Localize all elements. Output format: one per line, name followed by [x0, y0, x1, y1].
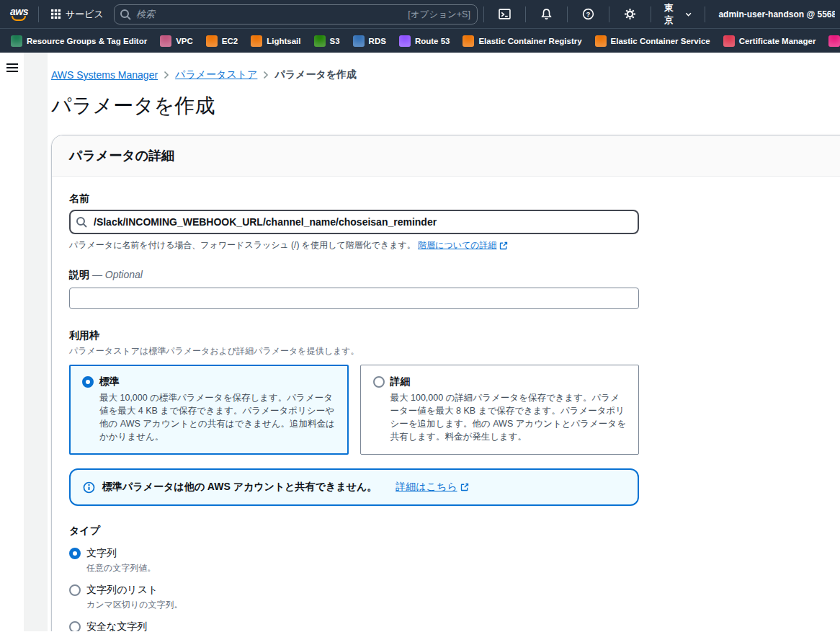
type-section: タイプ 文字列 任意の文字列値。 文字列のリスト カンマ区切りの文字列。 安全な…: [69, 525, 840, 631]
api-gateway-icon: [828, 35, 840, 47]
favorites-item[interactable]: Elastic Container Service: [589, 29, 717, 53]
name-help-text: パラメータに名前を付ける場合、フォワードスラッシュ (/) を使用して階層化でき…: [69, 239, 840, 252]
favorites-item-label: Resource Groups & Tag Editor: [27, 37, 147, 45]
favorites-item-label: RDS: [369, 37, 386, 45]
services-label: サービス: [66, 8, 104, 21]
left-rail: [0, 53, 24, 631]
radio-standard[interactable]: [82, 376, 94, 388]
radio-string-list[interactable]: [69, 584, 81, 596]
favorites-item[interactable]: EC2: [200, 29, 244, 53]
resource-groups-icon: [11, 35, 22, 47]
account-menu[interactable]: admin-user-handson @ 5568-: [711, 9, 835, 19]
favorites-item-label: Certificate Manager: [739, 37, 816, 45]
breadcrumb-current: パラメータを作成: [274, 68, 357, 81]
type-option-secure-string[interactable]: 安全な文字列: [69, 620, 840, 631]
certificate-manager-icon: [723, 35, 735, 47]
type-option-string[interactable]: 文字列: [69, 547, 840, 560]
favorites-item-label: Elastic Container Registry: [478, 37, 581, 45]
external-link-icon: [460, 483, 469, 491]
info-alert: 標準パラメータは他の AWS アカウントと共有できません。 詳細はこちら: [69, 468, 639, 506]
search-shortcut-hint: [オプション+S]: [408, 9, 470, 21]
region-selector[interactable]: 東京: [657, 2, 700, 27]
help-button[interactable]: ?: [573, 0, 603, 29]
type-label: タイプ: [69, 525, 840, 538]
cloudshell-button[interactable]: [490, 0, 519, 29]
ecs-icon: [595, 35, 607, 47]
hierarchy-details-link[interactable]: 階層についての詳細: [418, 239, 496, 252]
type-option-label: 文字列: [86, 547, 117, 560]
type-option-label: 文字列のリスト: [86, 584, 158, 597]
cloudshell-icon: [499, 8, 511, 20]
favorites-item[interactable]: API Gateway: [822, 29, 840, 53]
breadcrumb-link-ssm[interactable]: AWS Systems Manager: [51, 69, 158, 81]
external-link-icon: [499, 241, 508, 250]
s3-icon: [314, 35, 326, 47]
svg-text:?: ?: [586, 10, 590, 18]
aws-logo[interactable]: aws: [6, 7, 32, 21]
breadcrumb: AWS Systems Manager パラメータストア パラメータを作成: [51, 68, 840, 81]
name-label: 名前: [69, 192, 840, 205]
parameter-details-card: パラメータの詳細 名前 パラメータ: [51, 135, 840, 631]
type-option-description: カンマ区切りの文字列。: [86, 599, 840, 611]
services-menu[interactable]: サービス: [45, 0, 110, 29]
settings-button[interactable]: [615, 0, 645, 29]
favorites-item[interactable]: RDS: [347, 29, 393, 53]
collapsed-side-panel[interactable]: [24, 53, 48, 631]
favorites-item[interactable]: Route 53: [393, 29, 457, 53]
divider: [705, 6, 705, 22]
divider: [567, 6, 568, 22]
grid-icon: [50, 9, 61, 19]
gear-icon: [624, 8, 636, 20]
radio-advanced[interactable]: [373, 376, 385, 388]
page-title: パラメータを作成: [51, 92, 840, 120]
question-icon: ?: [582, 8, 594, 20]
favorites-item-label: VPC: [176, 37, 193, 45]
global-search[interactable]: [オプション+S]: [114, 4, 478, 25]
favorites-item[interactable]: VPC: [153, 29, 200, 53]
type-option-description: 任意の文字列値。: [86, 562, 840, 574]
favorites-item[interactable]: Lightsail: [244, 29, 307, 53]
tier-help-text: パラメータストアは標準パラメータおよび詳細パラメータを提供します。: [69, 345, 840, 357]
chevron-down-icon: [685, 11, 692, 18]
notifications-button[interactable]: [532, 0, 561, 29]
divider: [525, 6, 526, 22]
optional-suffix: — Optional: [92, 269, 143, 280]
card-header: パラメータの詳細: [52, 135, 840, 177]
breadcrumb-separator-icon: [164, 71, 169, 79]
region-label: 東京: [664, 2, 681, 27]
ec2-icon: [206, 35, 218, 47]
tier-option-advanced[interactable]: 詳細 最大 100,000 の詳細パラメータを保存できます。パラメーター値を最大…: [360, 365, 640, 455]
radio-string[interactable]: [69, 548, 81, 559]
type-option-label: 安全な文字列: [86, 620, 147, 631]
tier-option-label: 詳細: [390, 375, 411, 388]
rds-icon: [353, 35, 365, 47]
hamburger-menu-icon[interactable]: [6, 61, 19, 74]
favorites-item-label: Elastic Container Service: [611, 37, 710, 45]
divider: [483, 6, 484, 22]
favorites-item[interactable]: S3: [308, 29, 347, 53]
tier-option-standard[interactable]: 標準 最大 10,000 の標準パラメータを保存します。パラメータ値を最大 4 …: [69, 365, 349, 455]
tier-label: 利用枠: [69, 329, 840, 342]
favorites-item[interactable]: Resource Groups & Tag Editor: [4, 29, 153, 53]
type-option-string-list[interactable]: 文字列のリスト: [69, 584, 840, 597]
top-navbar: aws サービス [オプション+S]: [0, 0, 840, 29]
divider: [609, 6, 609, 22]
favorites-bar: Resource Groups & Tag Editor VPC EC2 Lig…: [0, 29, 840, 53]
favorites-item-label: EC2: [222, 37, 238, 45]
card-header-title: パラメータの詳細: [69, 147, 840, 164]
description-label: 説明 — Optional: [69, 269, 840, 282]
divider: [38, 6, 39, 22]
breadcrumb-link-parameter-store[interactable]: パラメータストア: [175, 68, 257, 81]
description-input[interactable]: [69, 288, 639, 309]
alert-details-link[interactable]: 詳細はこちら: [396, 481, 468, 494]
tier-option-description: 最大 10,000 の標準パラメータを保存します。パラメータ値を最大 4 KB …: [99, 391, 336, 443]
favorites-item[interactable]: Certificate Manager: [717, 29, 823, 53]
favorites-item-label: S3: [330, 37, 340, 45]
favorites-item[interactable]: Elastic Container Registry: [456, 29, 588, 53]
name-input[interactable]: [69, 210, 639, 234]
search-icon: [76, 216, 87, 228]
bell-icon: [540, 8, 553, 20]
description-field: 説明 — Optional: [69, 269, 840, 309]
radio-secure-string[interactable]: [69, 621, 81, 631]
tier-option-label: 標準: [99, 375, 120, 388]
